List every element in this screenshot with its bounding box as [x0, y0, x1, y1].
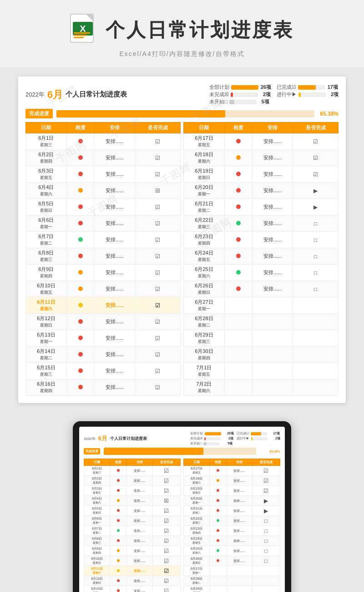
cell-degree — [210, 536, 227, 546]
cell-done: □ — [293, 215, 339, 232]
cell-done: ☑ — [152, 546, 180, 556]
cell-date: 6月24日星期五 — [184, 536, 210, 546]
cell-arrange: 安排...... — [126, 496, 152, 506]
cell-date: 6月14日星期二 — [26, 347, 67, 363]
table-row: 6月22日星期三 安排...... □ — [184, 516, 280, 526]
cell-degree — [224, 183, 252, 199]
degree-dot — [217, 519, 219, 522]
cell-done — [252, 566, 280, 576]
cell-date: 6月3日星期五 — [26, 166, 67, 183]
cell-degree — [224, 347, 252, 363]
stat-row: 已完成☑ 17项 — [237, 431, 280, 436]
sub-title: Excel/A4打印/内容随意修改/自带格式 — [18, 50, 346, 58]
cell-date: 6月4日星期六 — [84, 496, 110, 506]
cell-arrange — [252, 379, 293, 396]
cell-done: ☑ — [252, 466, 280, 476]
cell-done: ☑ — [152, 466, 180, 476]
table-row: 6月18日星期六 安排...... ☑ — [184, 150, 339, 166]
cell-done: ☑ — [152, 476, 180, 486]
cell-done: ☑ — [135, 215, 181, 232]
sheet-title-left: 2022年 6月 个人日常计划进度表 — [25, 88, 127, 102]
cell-date: 6月8日星期三 — [26, 248, 67, 265]
cell-date: 6月13日星期一 — [26, 330, 67, 347]
cell-date: 6月5日星期日 — [84, 506, 110, 516]
cell-date: 6月22日星期三 — [184, 215, 225, 232]
cell-degree — [110, 576, 127, 586]
table-row: 6月21日星期二 安排...... ▶ — [184, 199, 339, 215]
degree-dot — [217, 499, 219, 502]
stat-value: 17项 — [269, 431, 280, 436]
degree-dot — [117, 489, 120, 492]
table-row: 7月1日星期五 — [184, 363, 339, 379]
table-row: 6月20日星期一 安排...... ▶ — [184, 496, 280, 506]
degree-dot — [217, 529, 219, 532]
table-row: 6月11日星期六 安排...... ☑ — [84, 566, 181, 576]
degree-dot — [117, 499, 120, 502]
cell-arrange: 安排...... — [252, 166, 293, 183]
cell-done: □ — [252, 526, 280, 536]
cell-done — [293, 347, 339, 363]
cell-arrange: 安排...... — [226, 496, 252, 506]
degree-dot — [78, 172, 83, 176]
cell-done: ☒ — [135, 183, 181, 199]
stat-bar — [231, 85, 258, 90]
cell-degree — [210, 506, 227, 516]
cell-done: □ — [252, 516, 280, 526]
stat-bar — [205, 432, 221, 435]
cell-date: 6月30日星期四 — [184, 347, 225, 363]
cell-degree — [66, 347, 94, 363]
degree-dot — [78, 139, 83, 143]
table-row: 6月3日星期五 安排...... ☑ — [84, 486, 181, 496]
cell-degree — [66, 166, 94, 183]
table-row: 6月26日星期日 安排...... □ — [184, 556, 280, 566]
cell-date: 6月27日星期一 — [184, 566, 210, 576]
year-text: 2022年 — [25, 91, 45, 99]
col-date: 日期 — [26, 122, 67, 133]
degree-dot — [236, 139, 241, 143]
stat-bar — [298, 85, 325, 90]
cell-done: ☑ — [293, 166, 339, 183]
cell-date: 6月19日星期日 — [184, 486, 210, 496]
cell-degree — [210, 546, 227, 556]
table-row: 6月21日星期二 安排...... ▶ — [184, 506, 280, 516]
cell-arrange: 安排...... — [226, 506, 252, 516]
table-row: 6月16日星期四 安排...... ☑ — [26, 379, 181, 396]
cell-done: ☑ — [135, 232, 181, 248]
degree-dot — [217, 509, 219, 512]
cell-degree — [210, 526, 227, 536]
cell-degree — [66, 150, 94, 166]
stat-value: 2项 — [328, 91, 339, 98]
cell-arrange: 安排...... — [252, 133, 293, 150]
cell-date: 6月4日星期六 — [26, 183, 67, 199]
cell-arrange: 安排...... — [94, 215, 135, 232]
monitor-wrap: 2022年 6月 个人日常计划进度表 全部计划 26项 已完成☑ 17项 未完成… — [73, 421, 291, 592]
degree-dot — [217, 489, 219, 492]
cell-date: 6月24日星期五 — [184, 248, 225, 265]
cell-degree — [66, 215, 94, 232]
cell-done: ☑ — [152, 506, 180, 516]
cell-arrange — [226, 576, 252, 586]
degree-dot — [78, 303, 83, 307]
cell-done: ☑ — [135, 330, 181, 347]
stat-row: 已完成☑ 17项 — [277, 84, 339, 91]
cell-degree — [224, 297, 252, 314]
cell-arrange: 安排...... — [126, 556, 152, 566]
cell-arrange: 安排...... — [226, 526, 252, 536]
cell-date: 6月7日星期二 — [26, 232, 67, 248]
cell-done: ☑ — [293, 133, 339, 150]
cell-done: □ — [252, 556, 280, 566]
cell-date: 6月23日星期四 — [184, 526, 210, 536]
cell-date: 6月29日星期三 — [184, 330, 225, 347]
cell-done: ☑ — [152, 586, 180, 592]
progress-bar-fill — [56, 110, 225, 117]
cell-arrange: 安排...... — [126, 546, 152, 556]
cell-degree — [224, 248, 252, 265]
cell-degree — [110, 506, 127, 516]
degree-dot — [236, 270, 241, 275]
cell-degree — [110, 466, 127, 476]
cell-degree — [66, 330, 94, 347]
top-section: X 个人日常计划进度表 Excel/A4打印/内容随意修改/自带格式 — [0, 0, 364, 67]
cell-date: 6月20日星期一 — [184, 183, 225, 199]
cell-arrange — [226, 586, 252, 592]
cell-arrange: 安排...... — [126, 516, 152, 526]
